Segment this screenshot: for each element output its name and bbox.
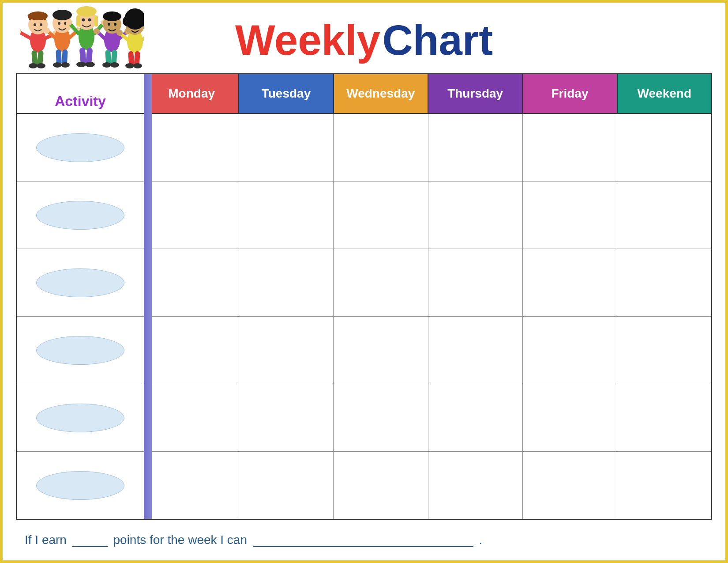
data-cell-2-6[interactable] bbox=[617, 181, 711, 249]
data-cell-1-2[interactable] bbox=[239, 114, 334, 181]
page-title: Weekly Chart bbox=[235, 16, 493, 64]
header-wednesday: Wednesday bbox=[334, 74, 428, 113]
header-thursday: Thursday bbox=[428, 74, 523, 113]
data-cell-4-6[interactable] bbox=[617, 317, 711, 384]
svg-line-7 bbox=[20, 31, 30, 38]
header-monday: Monday bbox=[145, 74, 239, 113]
data-cell-6-2[interactable] bbox=[239, 452, 334, 519]
header-friday: Friday bbox=[523, 74, 617, 113]
reward-blank[interactable] bbox=[253, 546, 473, 547]
activity-header-cell: Activity bbox=[17, 74, 145, 113]
activity-cell-6 bbox=[17, 452, 145, 519]
data-cell-3-3[interactable] bbox=[334, 249, 428, 316]
data-cell-4-1[interactable] bbox=[145, 317, 239, 384]
activity-cell-2 bbox=[17, 181, 145, 249]
data-cell-3-4[interactable] bbox=[428, 249, 523, 316]
table-row bbox=[17, 249, 711, 317]
data-cell-5-6[interactable] bbox=[617, 384, 711, 451]
data-cell-4-2[interactable] bbox=[239, 317, 334, 384]
points-blank[interactable] bbox=[72, 546, 108, 547]
svg-point-33 bbox=[82, 19, 85, 22]
data-cell-2-3[interactable] bbox=[334, 181, 428, 249]
data-cell-4-5[interactable] bbox=[523, 317, 617, 384]
data-cell-6-6[interactable] bbox=[617, 452, 711, 519]
svg-point-52 bbox=[102, 62, 111, 68]
data-cell-1-5[interactable] bbox=[523, 114, 617, 181]
data-cell-3-1[interactable] bbox=[145, 249, 239, 316]
svg-point-61 bbox=[131, 24, 133, 27]
svg-point-68 bbox=[133, 63, 142, 68]
table-header-row: Activity Monday Tuesday Wednesday Thursd… bbox=[17, 74, 711, 114]
title-weekly: Weekly bbox=[235, 16, 380, 64]
bottom-text-part2: points for the week I can bbox=[113, 533, 248, 547]
svg-point-18 bbox=[58, 22, 60, 25]
svg-point-47 bbox=[114, 23, 116, 26]
table-body bbox=[17, 114, 711, 519]
data-cell-1-4[interactable] bbox=[428, 114, 523, 181]
svg-point-12 bbox=[37, 63, 45, 68]
activity-oval-5 bbox=[36, 404, 124, 432]
activity-cell-4 bbox=[17, 317, 145, 384]
header-tuesday: Tuesday bbox=[239, 74, 334, 113]
data-cell-4-4[interactable] bbox=[428, 317, 523, 384]
data-cell-3-6[interactable] bbox=[617, 249, 711, 316]
table-row bbox=[17, 452, 711, 519]
data-cell-1-3[interactable] bbox=[334, 114, 428, 181]
svg-point-46 bbox=[108, 23, 110, 26]
data-cell-2-2[interactable] bbox=[239, 181, 334, 249]
svg-point-39 bbox=[76, 62, 86, 67]
data-cell-2-5[interactable] bbox=[523, 181, 617, 249]
svg-point-45 bbox=[103, 11, 121, 21]
table-row bbox=[17, 384, 711, 452]
svg-rect-32 bbox=[94, 15, 98, 26]
data-cell-6-5[interactable] bbox=[523, 452, 617, 519]
svg-rect-31 bbox=[76, 15, 80, 26]
data-cell-2-4[interactable] bbox=[428, 181, 523, 249]
data-cell-5-2[interactable] bbox=[239, 384, 334, 451]
activity-cell-1 bbox=[17, 114, 145, 181]
svg-line-64 bbox=[143, 33, 144, 39]
activity-label: Activity bbox=[55, 93, 106, 110]
activity-oval-2 bbox=[36, 201, 124, 230]
data-cell-2-1[interactable] bbox=[145, 181, 239, 249]
svg-point-17 bbox=[53, 10, 72, 20]
data-cell-5-1[interactable] bbox=[145, 384, 239, 451]
activity-oval-4 bbox=[36, 336, 124, 365]
table-row bbox=[17, 317, 711, 384]
svg-point-11 bbox=[29, 63, 38, 68]
weekly-chart-table: Activity Monday Tuesday Wednesday Thursd… bbox=[16, 73, 712, 520]
kids-illustration bbox=[20, 0, 144, 73]
data-cell-6-1[interactable] bbox=[145, 452, 239, 519]
svg-point-54 bbox=[94, 28, 100, 34]
data-cell-6-4[interactable] bbox=[428, 452, 523, 519]
svg-point-5 bbox=[34, 23, 36, 26]
svg-point-69 bbox=[116, 30, 123, 36]
svg-point-40 bbox=[85, 62, 95, 67]
svg-point-26 bbox=[44, 27, 50, 34]
bottom-text-part1: If I earn bbox=[25, 533, 67, 547]
activity-oval-6 bbox=[36, 471, 124, 500]
activity-cell-3 bbox=[17, 249, 145, 316]
data-cell-4-3[interactable] bbox=[334, 317, 428, 384]
header: Weekly Chart bbox=[16, 11, 712, 69]
purple-divider bbox=[144, 74, 152, 519]
data-cell-3-5[interactable] bbox=[523, 249, 617, 316]
svg-point-6 bbox=[40, 23, 42, 26]
data-cell-5-3[interactable] bbox=[334, 384, 428, 451]
svg-point-24 bbox=[53, 62, 62, 68]
data-cell-1-1[interactable] bbox=[145, 114, 239, 181]
data-cell-5-4[interactable] bbox=[428, 384, 523, 451]
svg-point-25 bbox=[61, 62, 70, 68]
data-cell-3-2[interactable] bbox=[239, 249, 334, 316]
bottom-text-container: If I earn points for the week I can . bbox=[16, 533, 712, 547]
header-weekend: Weekend bbox=[618, 74, 711, 113]
activity-oval-1 bbox=[36, 133, 124, 162]
data-cell-1-6[interactable] bbox=[617, 114, 711, 181]
activity-cell-5 bbox=[17, 384, 145, 451]
data-cell-5-5[interactable] bbox=[523, 384, 617, 451]
data-cell-6-3[interactable] bbox=[334, 452, 428, 519]
svg-point-41 bbox=[66, 19, 72, 26]
table-row bbox=[17, 114, 711, 181]
svg-point-34 bbox=[88, 19, 91, 22]
bottom-text-period: . bbox=[479, 533, 483, 547]
